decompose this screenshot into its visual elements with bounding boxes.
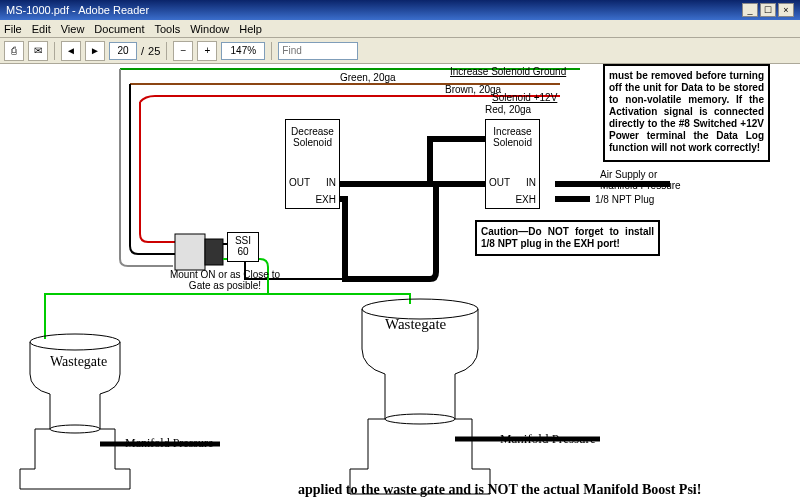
menu-window[interactable]: Window (190, 23, 229, 35)
svg-point-6 (385, 414, 455, 424)
dec-exh-port: EXH (315, 194, 336, 205)
zoom-in-button[interactable]: + (197, 41, 217, 61)
zoom-out-button[interactable]: − (173, 41, 193, 61)
solenoid-12v-label: Solenoid +12V (492, 92, 557, 103)
svg-point-3 (50, 425, 100, 433)
svg-rect-1 (205, 239, 223, 265)
note-box: must be removed before turning off the u… (603, 64, 770, 162)
dec-sol-label: Decrease Solenoid (286, 126, 339, 148)
increase-ground-label: Increase Solenoid Ground (450, 66, 566, 77)
manifold2-label: Manifold Pressure (500, 431, 596, 447)
svg-point-2 (30, 334, 120, 350)
menu-file[interactable]: File (4, 23, 22, 35)
wire-red-label: Red, 20ga (485, 104, 531, 115)
ssi-box: SSI 60 (227, 232, 259, 262)
menu-edit[interactable]: Edit (32, 23, 51, 35)
ssi-mount-label: Mount ON or as Close to Gate as posible! (160, 269, 290, 291)
print-icon[interactable]: ⎙ (4, 41, 24, 61)
increase-solenoid-box: Increase Solenoid IN OUT EXH (485, 119, 540, 209)
wastegate2-label: Wastegate (385, 316, 446, 333)
manifold1-label: Manifold Pressure (125, 436, 213, 451)
decrease-solenoid-box: Decrease Solenoid IN OUT EXH (285, 119, 340, 209)
document-canvas: Green, 20ga Increase Solenoid Ground Bro… (0, 64, 800, 500)
menu-view[interactable]: View (61, 23, 85, 35)
minimize-button[interactable]: _ (742, 3, 758, 17)
wastegate1-label: Wastegate (50, 354, 107, 370)
maximize-button[interactable]: ☐ (760, 3, 776, 17)
inc-sol-label: Increase Solenoid (486, 126, 539, 148)
page-count: 25 (148, 45, 160, 57)
svg-rect-0 (175, 234, 205, 270)
page-input[interactable] (109, 42, 137, 60)
next-page-button[interactable]: ► (85, 41, 105, 61)
close-button[interactable]: × (778, 3, 794, 17)
page-sep: / (141, 45, 144, 57)
inc-out-port: OUT (489, 177, 510, 188)
find-input[interactable] (278, 42, 358, 60)
bottom-note: applied to the waste gate and is NOT the… (298, 482, 701, 498)
menubar: File Edit View Document Tools Window Hel… (0, 20, 800, 38)
window-titlebar: MS-1000.pdf - Adobe Reader _ ☐ × (0, 0, 800, 20)
dec-out-port: OUT (289, 177, 310, 188)
menu-help[interactable]: Help (239, 23, 262, 35)
mail-icon[interactable]: ✉ (28, 41, 48, 61)
npt-plug-label: 1/8 NPT Plug (595, 194, 655, 205)
prev-page-button[interactable]: ◄ (61, 41, 81, 61)
window-title: MS-1000.pdf - Adobe Reader (6, 4, 149, 16)
wire-green-label: Green, 20ga (340, 72, 396, 83)
caution-box: Caution—Do NOT forget to install 1/8 NPT… (475, 220, 660, 256)
inc-exh-port: EXH (515, 194, 536, 205)
toolbar: ⎙ ✉ ◄ ► / 25 − + (0, 38, 800, 64)
menu-document[interactable]: Document (94, 23, 144, 35)
menu-tools[interactable]: Tools (155, 23, 181, 35)
dec-in-port: IN (326, 177, 336, 188)
caution-text: Caution—Do NOT forget to install 1/8 NPT… (481, 226, 654, 249)
inc-in-port: IN (526, 177, 536, 188)
air-supply-label: Air Supply or Manifold Pressure (600, 169, 690, 191)
zoom-input[interactable] (221, 42, 265, 60)
